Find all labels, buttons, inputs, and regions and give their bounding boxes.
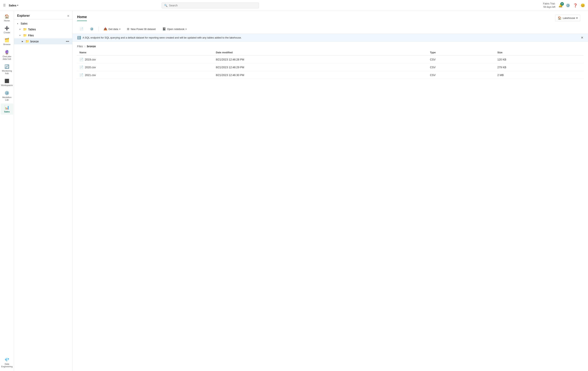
tables-chevron-icon: ▾ [20,28,22,30]
get-data-icon: 📥 [104,27,107,31]
file-date-modified: 8/21/2023 12:46:28 PM [214,56,428,63]
bronze-more-button[interactable]: ••• [66,40,69,43]
table-row[interactable]: 📄 2020.csv 8/21/2023 12:46:29 PM CSV 279… [77,63,583,71]
nav-item-monitoring[interactable]: 🔄 Monitoring hub [1,63,13,76]
file-name-cell: 📄 2019.csv [77,56,214,63]
col-header-type: Type [428,50,495,56]
browse-icon: 🗂️ [4,38,9,42]
top-bar-right: Fabric Trial: 59 days left 🔔 23 ⚙️ ❓ 😊 [543,2,585,9]
nav-item-create[interactable]: ➕ Create [1,24,13,35]
nav-item-data-engineering[interactable]: 💎 Data Engineering [1,356,13,370]
notification-button[interactable]: 🔔 23 [558,3,563,8]
create-icon: ➕ [4,26,9,30]
info-icon: ℹ️ [77,36,81,40]
left-nav: 🏠 Home ➕ Create 🗂️ Browse 🔮 OneLake data… [0,11,14,371]
nav-label-browse: Browse [3,43,10,46]
account-icon[interactable]: 😊 [581,3,585,8]
page-title: Home [77,15,87,21]
grid-icon[interactable]: ⠿ [3,3,6,8]
tree-item-files[interactable]: ▾ 📁 Files [14,32,72,38]
nav-item-home[interactable]: 🏠 Home [1,12,13,24]
explorer-panel: Explorer « ▾ Sales ▾ 📁 Tables ▾ 📁 [14,11,73,371]
notification-count: 23 [560,2,564,6]
col-header-date: Date modified [214,50,428,56]
top-bar: ⠿ Sales ▾ 🔍 Fabric Trial: 59 days left 🔔… [0,0,588,11]
app-name-label: Sales [9,4,16,7]
workspaces-icon: ⬛ [4,79,9,83]
file-name: 2019.csv [85,58,96,61]
nav-label-monitoring: Monitoring hub [1,70,12,75]
notification-bar: ℹ️ A SQL endpoint for SQL querying and a… [73,34,588,42]
nav-label-workspaces: Workspaces [1,84,13,87]
search-input[interactable] [169,4,256,7]
file-icon: 📄 [79,73,83,77]
table-row[interactable]: 📄 2019.csv 8/21/2023 12:46:28 PM CSV 120… [77,56,583,63]
new-dataset-button[interactable]: ⊞ New Power BI dataset [125,26,158,32]
file-size: 2 MB [495,71,583,79]
lakehouse-label: Lakehouse [563,17,575,20]
content-area: Explorer « ▾ Sales ▾ 📁 Tables ▾ 📁 [14,11,588,371]
get-data-label: Get data [108,28,118,30]
new-item-icon: 📄 [80,27,83,31]
bronze-folder-icon: 📁 [25,40,29,43]
nav-label-home: Home [4,20,10,22]
file-name-cell: 📄 2021.csv [77,71,214,79]
get-data-button[interactable]: 📥 Get data ▾ [101,26,123,32]
table-row[interactable]: 📄 2021.csv 8/21/2023 12:46:30 PM CSV 2 M… [77,71,583,79]
breadcrumb-current: bronze [87,45,96,48]
notification-close-button[interactable]: ✕ [581,36,583,40]
file-table: Name Date modified Type Size 📄 2019.csv … [73,50,588,371]
file-icon: 📄 [79,58,83,61]
nav-item-medallion[interactable]: ⚙️ Medallion Lab [1,89,13,103]
lakehouse-button[interactable]: 🏠 Lakehouse ▾ [555,15,580,21]
sales-chevron-icon: ▾ [17,23,20,25]
file-date-modified: 8/21/2023 12:46:29 PM [214,63,428,71]
main-layout: 🏠 Home ➕ Create 🗂️ Browse 🔮 OneLake data… [0,11,588,371]
nav-item-workspaces[interactable]: ⬛ Workspaces [1,77,13,88]
trial-days: 59 days left [543,5,555,9]
monitoring-icon: 🔄 [4,64,9,69]
tree-label-sales: Sales [21,22,27,25]
bronze-chevron-icon: ▶ [22,40,24,42]
medallion-icon: ⚙️ [4,91,9,95]
tree-item-sales[interactable]: ▾ Sales [14,21,72,26]
data-engineering-icon: 💎 [4,357,9,362]
file-size: 120 KB [495,56,583,63]
tree-item-tables[interactable]: ▾ 📁 Tables [14,26,72,32]
tree-item-bronze[interactable]: ▶ 📁 bronze ••• [14,38,72,44]
nav-item-sales[interactable]: 📊 Sales [1,103,13,115]
file-name: 2021.csv [85,73,96,77]
nav-item-onelake[interactable]: 🔮 OneLake data hub [1,48,13,62]
settings-button[interactable]: ⚙️ [87,26,96,32]
toolbar-separator [98,27,99,31]
trial-badge: Fabric Trial: 59 days left [543,2,555,9]
settings-icon[interactable]: ⚙️ [566,3,570,8]
nav-label-create: Create [4,31,10,34]
nav-label-medallion: Medallion Lab [1,96,12,101]
new-item-button[interactable]: 📄 [77,26,86,32]
file-name-cell: 📄 2020.csv [77,63,214,71]
file-panel: Home 🏠 Lakehouse ▾ 📄 ⚙️ [73,11,588,371]
file-name: 2020.csv [85,66,96,69]
files-folder-icon: 📁 [23,33,27,37]
explorer-header: Explorer « [14,11,72,19]
col-header-name: Name [77,50,214,56]
help-icon[interactable]: ❓ [573,3,578,8]
onelake-icon: 🔮 [4,50,9,54]
file-type: CSV [428,56,495,63]
page-header-area: Home 🏠 Lakehouse ▾ 📄 ⚙️ [73,11,588,34]
file-icon: 📄 [79,65,83,69]
open-notebook-icon: 📓 [162,27,166,31]
open-notebook-button[interactable]: 📓 Open notebook ▾ [160,26,189,32]
search-bar[interactable]: 🔍 [162,2,259,8]
collapse-explorer-button[interactable]: « [67,14,69,18]
open-notebook-label: Open notebook [167,28,185,30]
breadcrumb-parent[interactable]: Files [77,45,83,48]
tree-label-files: Files [28,34,34,37]
lakehouse-button-area: 🏠 Lakehouse ▾ [552,13,583,23]
nav-item-browse[interactable]: 🗂️ Browse [1,36,13,47]
get-data-chevron-icon: ▾ [119,28,120,30]
app-name-button[interactable]: Sales ▾ [9,4,18,7]
settings-gear-icon: ⚙️ [90,27,94,31]
tree-label-bronze: bronze [30,40,39,43]
